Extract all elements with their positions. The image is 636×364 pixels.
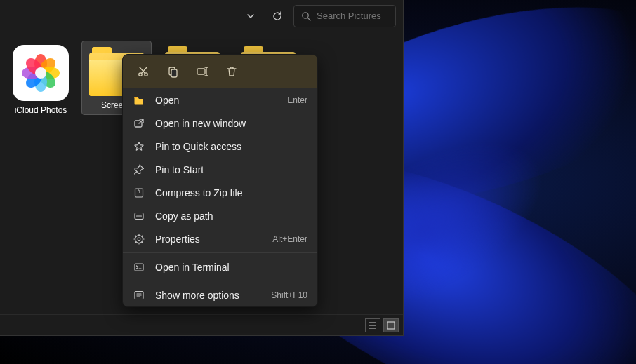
menu-pin-start[interactable]: Pin to Start: [123, 158, 317, 181]
pin-icon: [133, 163, 145, 176]
menu-label: Open: [155, 95, 277, 106]
more-options-icon: [133, 289, 145, 302]
status-bar: [0, 314, 403, 335]
copy-button[interactable]: [161, 60, 185, 83]
menu-label: Properties: [155, 234, 263, 245]
delete-button[interactable]: [220, 60, 244, 83]
svg-rect-7: [135, 97, 138, 98]
zip-icon: [133, 187, 145, 199]
menu-label: Show more options: [155, 290, 261, 301]
rename-button[interactable]: [190, 60, 214, 83]
star-icon: [133, 140, 145, 153]
menu-pin-quick-access[interactable]: Pin to Quick access: [123, 135, 317, 158]
menu-label: Copy as path: [155, 210, 307, 222]
menu-open[interactable]: Open Enter: [123, 88, 317, 112]
context-menu: Open Enter Open in new window Pin to Qui…: [122, 54, 318, 307]
menu-separator: [123, 281, 317, 281]
toolbar: [0, 0, 403, 32]
refresh-button[interactable]: [267, 6, 288, 27]
menu-label: Compress to Zip file: [155, 187, 307, 198]
new-window-icon: [133, 117, 145, 130]
item-label: iCloud Photos: [15, 105, 67, 115]
scissors-icon: [137, 65, 150, 78]
svg-rect-5: [171, 69, 177, 77]
menu-separator: [123, 252, 317, 253]
search-icon: [301, 11, 311, 21]
menu-label: Pin to Quick access: [155, 141, 307, 152]
context-menu-actions-row: [123, 55, 317, 88]
item-icloud-photos[interactable]: iCloud Photos: [6, 41, 76, 119]
menu-show-more-options[interactable]: Show more options Shift+F10: [123, 283, 317, 306]
svg-rect-9: [135, 189, 143, 197]
icloud-photos-icon: [13, 45, 69, 101]
svg-rect-1: [387, 322, 395, 329]
rename-icon: [196, 65, 208, 78]
menu-label: Pin to Start: [155, 164, 307, 175]
menu-open-new-window[interactable]: Open in new window: [123, 112, 317, 135]
copy-path-icon: [133, 210, 145, 222]
menu-label: Open in Terminal: [155, 262, 307, 273]
menu-label: Open in new window: [155, 118, 307, 129]
properties-icon: [133, 233, 145, 245]
menu-properties[interactable]: Properties Alt+Enter: [123, 227, 317, 250]
menu-accel: Enter: [287, 95, 307, 105]
svg-point-0: [303, 12, 308, 18]
menu-compress-zip[interactable]: Compress to Zip file: [123, 181, 317, 204]
search-box[interactable]: [293, 5, 396, 27]
svg-rect-13: [135, 264, 143, 271]
folder-open-icon: [133, 94, 145, 107]
svg-rect-6: [197, 69, 205, 74]
menu-open-terminal[interactable]: Open in Terminal: [123, 255, 317, 278]
menu-copy-path[interactable]: Copy as path: [123, 204, 317, 227]
cut-button[interactable]: [131, 60, 155, 83]
trash-icon: [225, 65, 238, 78]
menu-accel: Shift+F10: [271, 290, 307, 300]
terminal-icon: [133, 261, 145, 274]
copy-icon: [166, 65, 179, 78]
thumbnails-view-button[interactable]: [383, 318, 399, 332]
search-input[interactable]: [317, 11, 388, 21]
svg-point-12: [138, 238, 140, 241]
details-view-button[interactable]: [365, 318, 380, 332]
menu-accel: Alt+Enter: [272, 234, 307, 244]
address-dropdown-button[interactable]: [240, 6, 261, 27]
